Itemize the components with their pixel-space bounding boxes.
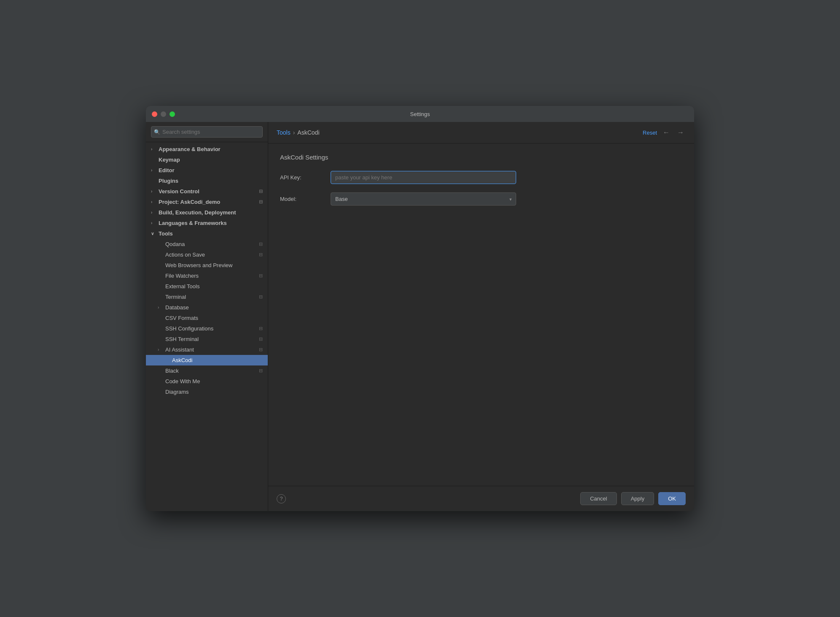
- sidebar-item-label: File Watchers: [165, 273, 199, 279]
- panel-body: AskCodi Settings API Key: Model: Base Ad…: [268, 143, 694, 486]
- titlebar: Settings: [146, 106, 694, 122]
- sidebar-item-label: SSH Configurations: [165, 325, 213, 332]
- sidebar-item-ssh-terminal[interactable]: SSH Terminal ⊟: [146, 334, 268, 344]
- repo-icon: ⊟: [259, 326, 263, 331]
- sidebar-item-black[interactable]: Black ⊟: [146, 365, 268, 376]
- sidebar-item-code-with-me[interactable]: Code With Me: [146, 376, 268, 387]
- sidebar-item-label: Black: [165, 368, 179, 374]
- sidebar-item-build[interactable]: › Build, Execution, Deployment: [146, 207, 268, 218]
- breadcrumb-parent[interactable]: Tools: [277, 129, 291, 136]
- sidebar-item-web-browsers[interactable]: Web Browsers and Preview: [146, 260, 268, 271]
- sidebar-item-editor[interactable]: › Editor: [146, 165, 268, 176]
- minimize-button[interactable]: [161, 111, 166, 117]
- sidebar-item-label: Tools: [159, 230, 173, 237]
- sidebar-item-database[interactable]: › Database: [146, 302, 268, 313]
- api-key-row: API Key:: [280, 171, 682, 184]
- help-button[interactable]: ?: [277, 494, 286, 503]
- chevron-right-icon: ›: [151, 189, 156, 194]
- sidebar-item-terminal[interactable]: Terminal ⊟: [146, 292, 268, 302]
- sidebar-list: › Appearance & Behavior Keymap › Editor …: [146, 142, 268, 511]
- sidebar-item-languages[interactable]: › Languages & Frameworks: [146, 218, 268, 228]
- apply-button[interactable]: Apply: [621, 492, 654, 505]
- repo-icon: ⊟: [259, 294, 263, 300]
- sidebar-item-label: Keymap: [159, 157, 180, 163]
- repo-icon: ⊟: [259, 273, 263, 279]
- sidebar-item-askcodi[interactable]: AskCodi: [146, 355, 268, 365]
- chevron-right-icon: ›: [158, 305, 163, 310]
- breadcrumb: Tools › AskCodi: [277, 129, 320, 136]
- sidebar-item-label: AskCodi: [172, 357, 192, 363]
- sidebar-item-label: Actions on Save: [165, 252, 205, 258]
- cancel-button[interactable]: Cancel: [580, 492, 617, 505]
- section-title: AskCodi Settings: [280, 154, 682, 161]
- sidebar-item-version-control[interactable]: › Version Control ⊟: [146, 186, 268, 197]
- repo-icon: ⊟: [259, 336, 263, 342]
- sidebar-item-label: Appearance & Behavior: [159, 146, 221, 152]
- right-panel: Tools › AskCodi Reset ← → AskCodi Settin…: [268, 122, 694, 511]
- reset-button[interactable]: Reset: [643, 130, 657, 136]
- sidebar-item-appearance[interactable]: › Appearance & Behavior: [146, 144, 268, 154]
- sidebar-item-file-watchers[interactable]: File Watchers ⊟: [146, 271, 268, 281]
- model-select-wrapper: Base Advanced Custom ▾: [331, 192, 516, 206]
- repo-icon: ⊟: [259, 368, 263, 373]
- sidebar-item-label: Build, Execution, Deployment: [159, 209, 236, 216]
- repo-icon: ⊟: [259, 241, 263, 247]
- sidebar-item-label: Editor: [159, 167, 175, 173]
- panel-header: Tools › AskCodi Reset ← →: [268, 122, 694, 143]
- api-key-input[interactable]: [331, 171, 516, 184]
- sidebar-item-label: Languages & Frameworks: [159, 220, 227, 226]
- settings-window: Settings 🔍 › Appearance & Behavior: [146, 106, 694, 511]
- sidebar-item-project[interactable]: › Project: AskCodi_demo ⊟: [146, 197, 268, 207]
- sidebar-item-csv-formats[interactable]: CSV Formats: [146, 313, 268, 323]
- search-box: 🔍: [146, 122, 268, 142]
- sidebar-item-label: Web Browsers and Preview: [165, 262, 232, 268]
- sidebar-item-tools[interactable]: ∨ Tools: [146, 228, 268, 239]
- repo-icon: ⊟: [259, 199, 263, 205]
- sidebar-item-label: External Tools: [165, 283, 199, 290]
- footer-left: ?: [277, 494, 286, 503]
- breadcrumb-current: AskCodi: [297, 129, 319, 136]
- sidebar-item-external-tools[interactable]: External Tools: [146, 281, 268, 292]
- sidebar-item-qodana[interactable]: Qodana ⊟: [146, 239, 268, 249]
- sidebar-item-label: Terminal: [165, 294, 186, 300]
- sidebar-item-ssh-configurations[interactable]: SSH Configurations ⊟: [146, 323, 268, 334]
- chevron-down-icon: ∨: [151, 231, 156, 236]
- model-select[interactable]: Base Advanced Custom: [331, 192, 516, 206]
- window-title: Settings: [410, 111, 430, 117]
- sidebar-item-label: AI Assistant: [165, 346, 194, 353]
- chevron-right-icon: ›: [151, 221, 156, 225]
- traffic-lights: [152, 111, 175, 117]
- sidebar-item-plugins[interactable]: Plugins: [146, 176, 268, 186]
- sidebar-item-label: Qodana: [165, 241, 185, 247]
- header-actions: Reset ← →: [643, 128, 686, 137]
- search-input[interactable]: [151, 126, 263, 138]
- api-key-label: API Key:: [280, 174, 331, 181]
- ok-button[interactable]: OK: [658, 492, 686, 505]
- back-arrow-button[interactable]: ←: [661, 128, 671, 137]
- sidebar-item-diagrams[interactable]: Diagrams: [146, 387, 268, 397]
- sidebar-item-label: Code With Me: [165, 378, 200, 384]
- sidebar-item-label: CSV Formats: [165, 315, 198, 321]
- sidebar-item-label: Diagrams: [165, 389, 189, 395]
- repo-icon: ⊟: [259, 252, 263, 257]
- sidebar-item-keymap[interactable]: Keymap: [146, 154, 268, 165]
- sidebar-item-label: Project: AskCodi_demo: [159, 199, 220, 205]
- chevron-right-icon: ›: [151, 210, 156, 215]
- close-button[interactable]: [152, 111, 157, 117]
- model-row: Model: Base Advanced Custom ▾: [280, 192, 682, 206]
- sidebar-item-label: Plugins: [159, 178, 178, 184]
- model-label: Model:: [280, 196, 331, 202]
- repo-icon: ⊟: [259, 189, 263, 194]
- main-content: 🔍 › Appearance & Behavior Keymap ›: [146, 122, 694, 511]
- forward-arrow-button[interactable]: →: [676, 128, 686, 137]
- sidebar-item-label: Version Control: [159, 188, 199, 195]
- chevron-right-icon: ›: [151, 168, 156, 173]
- chevron-right-icon: ›: [151, 200, 156, 204]
- breadcrumb-separator: ›: [293, 129, 295, 136]
- sidebar-item-label: Database: [165, 304, 189, 311]
- maximize-button[interactable]: [170, 111, 175, 117]
- sidebar-item-ai-assistant[interactable]: › AI Assistant ⊟: [146, 344, 268, 355]
- repo-icon: ⊟: [259, 347, 263, 352]
- chevron-right-icon: ›: [158, 347, 163, 352]
- sidebar-item-actions-on-save[interactable]: Actions on Save ⊟: [146, 249, 268, 260]
